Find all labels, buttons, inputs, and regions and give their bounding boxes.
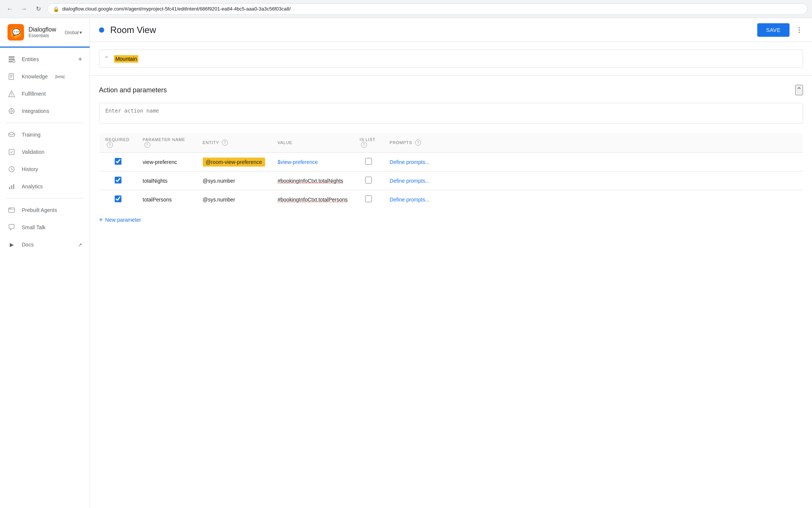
svg-rect-21 <box>13 184 14 189</box>
is-list-cell-2 <box>354 171 384 190</box>
entities-label: Entities <box>22 56 39 62</box>
value-cell-3[interactable]: #bookingInfoCtxt.totalPersons <box>272 190 354 209</box>
value-underline-3: #bookingInfoCtxt.totalPersons <box>278 197 348 203</box>
param-name-help-icon[interactable]: ? <box>144 142 150 148</box>
new-parameter-button[interactable]: + New parameter <box>99 215 141 225</box>
value-link-1[interactable]: $view-preference <box>278 159 318 165</box>
sidebar-item-history[interactable]: History <box>0 161 90 178</box>
sidebar-divider-2 <box>6 198 84 198</box>
nav-refresh-button[interactable]: ↻ <box>33 4 43 14</box>
validation-icon <box>7 148 16 156</box>
is-list-checkbox-2[interactable] <box>365 177 372 183</box>
is-list-cell-3 <box>354 190 384 209</box>
prompts-help-icon[interactable]: ? <box>415 140 421 146</box>
action-name-input[interactable] <box>99 103 803 124</box>
entity-cell-1[interactable]: @room-view-preference <box>197 153 272 171</box>
phrase-text: Mountain <box>114 56 139 62</box>
nav-forward-button[interactable]: → <box>19 4 29 14</box>
intent-status-dot <box>99 27 104 33</box>
table-body: view-preferenc @room-view-preference $vi… <box>99 153 803 209</box>
docs-external-icon: ↗ <box>78 242 82 248</box>
sidebar-item-analytics[interactable]: Analytics <box>0 178 90 195</box>
nav-back-button[interactable]: ← <box>4 4 15 14</box>
required-checkbox-1[interactable] <box>115 158 121 165</box>
url-bar[interactable]: 🔒 dialogflow.cloud.google.com/#/agent/my… <box>47 3 808 15</box>
sidebar-item-integrations[interactable]: Integrations <box>0 102 90 120</box>
validation-label: Validation <box>22 149 44 155</box>
required-cell-1 <box>99 153 137 171</box>
url-text: dialogflow.cloud.google.com/#/agent/mypr… <box>62 6 291 12</box>
entity-help-icon[interactable]: ? <box>222 140 228 146</box>
sidebar-item-entities[interactable]: Entities + <box>0 51 90 68</box>
param-name-cell-1[interactable]: view-preferenc <box>137 153 197 171</box>
required-help-icon[interactable]: ? <box>107 142 113 148</box>
history-icon <box>7 165 16 173</box>
knowledge-label: Knowledge <box>22 74 48 80</box>
docs-chevron-icon: ▶ <box>7 240 16 249</box>
phrase-highlight: Mountain <box>114 55 139 63</box>
phrase-row: “ Mountain <box>99 50 803 68</box>
required-cell-3 <box>99 190 137 209</box>
prompts-cell-1[interactable]: Define prompts... <box>384 153 803 171</box>
collapse-section-button[interactable]: ⌃ <box>795 85 803 95</box>
save-button[interactable]: SAVE <box>757 23 790 37</box>
topbar: Room View SAVE <box>90 18 812 42</box>
sidebar-item-fulfillment[interactable]: Fulfillment <box>0 85 90 102</box>
brand-info: Dialogflow Essentials <box>28 26 56 38</box>
svg-point-26 <box>799 27 800 28</box>
is-list-checkbox-1[interactable] <box>365 158 372 165</box>
global-chevron-icon: ▾ <box>79 30 82 35</box>
more-options-button[interactable] <box>796 26 803 34</box>
sidebar-item-smalltalk[interactable]: Small Talk <box>0 219 90 236</box>
svg-point-25 <box>10 208 11 209</box>
smalltalk-label: Small Talk <box>22 224 46 230</box>
svg-point-24 <box>9 208 10 209</box>
svg-rect-20 <box>11 185 12 189</box>
value-cell-2[interactable]: #bookingInfoCtxt.totalNights <box>272 171 354 190</box>
sidebar-item-prebuilt[interactable]: Prebuilt Agents <box>0 201 90 219</box>
is-list-cell-1 <box>354 153 384 171</box>
svg-rect-19 <box>9 187 10 189</box>
param-name-cell-2[interactable]: totalNights <box>137 171 197 190</box>
global-selector[interactable]: Global ▾ <box>64 30 82 35</box>
header-prompts: PROMPTS ? <box>384 133 803 153</box>
is-list-help-icon[interactable]: ? <box>361 142 367 148</box>
integrations-icon <box>7 107 16 115</box>
prompts-cell-2[interactable]: Define prompts... <box>384 171 803 190</box>
sidebar-item-training[interactable]: Training <box>0 126 90 143</box>
header-parameter-name: PARAMETER NAME ? <box>137 133 197 153</box>
new-param-area: + New parameter <box>90 209 812 234</box>
entity-cell-2[interactable]: @sys.number <box>197 171 272 190</box>
table-row: totalPersons @sys.number #bookingInfoCtx… <box>99 190 803 209</box>
docs-label: Docs <box>22 242 34 248</box>
define-prompts-1[interactable]: Define prompts... <box>390 159 430 165</box>
required-checkbox-2[interactable] <box>115 177 121 183</box>
sidebar-item-knowledge[interactable]: Knowledge [beta] <box>0 68 90 85</box>
action-params-section: Action and parameters ⌃ REQUIRED ? <box>90 76 812 209</box>
section-title: Action and parameters <box>99 86 167 94</box>
required-checkbox-3[interactable] <box>115 195 121 202</box>
define-prompts-3[interactable]: Define prompts... <box>390 197 430 203</box>
entity-cell-3[interactable]: @sys.number <box>197 190 272 209</box>
sidebar-item-docs[interactable]: ▶ Docs ↗ <box>0 236 90 253</box>
entities-icon <box>7 55 16 63</box>
browser-chrome: ← → ↻ 🔒 dialogflow.cloud.google.com/#/ag… <box>0 0 812 18</box>
param-name-cell-3[interactable]: totalPersons <box>137 190 197 209</box>
define-prompts-2[interactable]: Define prompts... <box>390 178 430 184</box>
new-param-label: New parameter <box>105 217 141 223</box>
analytics-icon <box>7 182 16 191</box>
entity-tag-1: @room-view-preference <box>203 158 265 167</box>
training-icon <box>7 131 16 139</box>
knowledge-icon <box>7 72 16 81</box>
knowledge-badge: [beta] <box>55 75 64 79</box>
parameters-table: REQUIRED ? PARAMETER NAME ? ENTITY ? <box>99 132 803 209</box>
app-container: 💬 Dialogflow Essentials Global ▾ Entitie… <box>0 18 812 508</box>
value-cell-1[interactable]: $view-preference <box>272 153 354 171</box>
add-entity-icon[interactable]: + <box>78 56 82 63</box>
prompts-cell-3[interactable]: Define prompts... <box>384 190 803 209</box>
is-list-checkbox-3[interactable] <box>365 195 372 202</box>
svg-point-14 <box>11 95 12 96</box>
smalltalk-icon <box>7 223 16 231</box>
content-area[interactable]: “ Mountain Action and parameters ⌃ <box>90 42 812 508</box>
sidebar-item-validation[interactable]: Validation <box>0 143 90 161</box>
